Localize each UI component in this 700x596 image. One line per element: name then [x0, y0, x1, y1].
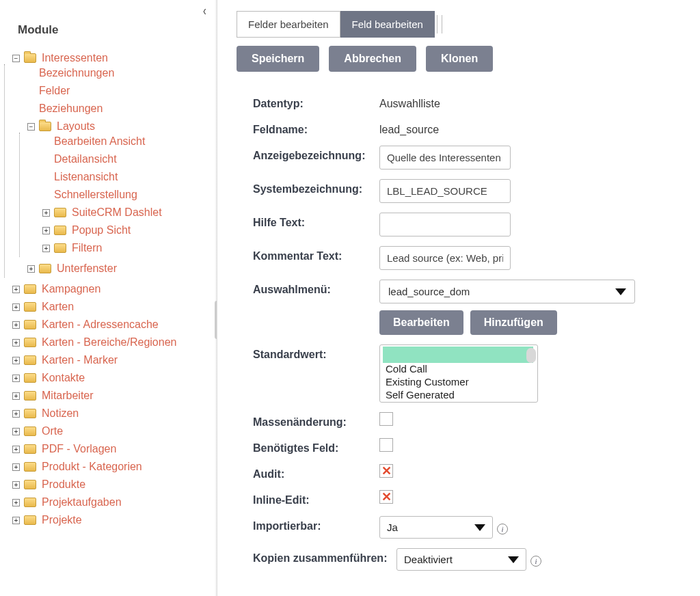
expand-icon[interactable]: + [12, 286, 20, 293]
input-kommentar-text[interactable] [379, 246, 511, 270]
checkbox-massenaenderung[interactable] [379, 412, 393, 426]
label-inline-edit: Inline-Edit: [253, 490, 379, 506]
folder-icon [24, 320, 36, 329]
folder-icon [24, 426, 36, 436]
expand-icon[interactable]: + [12, 375, 20, 382]
save-button[interactable]: Speichern [237, 46, 319, 72]
label-audit: Audit: [253, 464, 379, 480]
chevron-down-icon [508, 556, 519, 563]
label-feldname: Feldname: [253, 120, 379, 136]
select-importierbar[interactable]: Ja [379, 516, 493, 539]
tree-item-orte[interactable]: +Orte [12, 425, 210, 437]
label-kopien: Kopien zusammenführen: [253, 548, 396, 565]
tree-item-projekte[interactable]: +Projekte [12, 514, 210, 526]
collapse-icon[interactable]: − [27, 123, 35, 131]
tree-item-beziehungen[interactable]: Beziehungen [27, 103, 210, 115]
cancel-button[interactable]: Abbrechen [329, 46, 416, 72]
edit-dropdown-button[interactable]: Bearbeiten [379, 310, 463, 335]
folder-open-icon [24, 53, 36, 63]
folder-icon [24, 373, 36, 383]
tab-feld-bearbeiten[interactable]: Feld bearbeiten [340, 11, 435, 38]
tree-item-bezeichnungen[interactable]: Bezeichnungen [27, 67, 210, 79]
expand-icon[interactable]: + [27, 265, 35, 273]
info-icon[interactable]: i [497, 524, 508, 534]
input-systembezeichnung[interactable] [379, 179, 511, 203]
tree-item-pdf-vorlagen[interactable]: +PDF - Vorlagen [12, 443, 210, 455]
chevron-down-icon [474, 524, 485, 531]
clone-button[interactable]: Klonen [426, 46, 493, 72]
checkbox-benoetigtes-feld[interactable] [379, 438, 393, 452]
tree-item-detailansicht[interactable]: Detailansicht [42, 153, 210, 165]
label-hilfe-text: Hilfe Text: [253, 213, 379, 229]
input-anzeigebezeichnung[interactable] [379, 146, 511, 170]
tree-item-kampagnen[interactable]: +Kampagnen [12, 283, 210, 295]
checkbox-inline-edit-disabled[interactable]: ✕ [379, 490, 393, 504]
list-option[interactable]: Self Generated [380, 389, 537, 402]
tree-item-suitecrm-dashlet[interactable]: +SuiteCRM Dashlet [42, 206, 210, 219]
folder-icon [39, 264, 51, 273]
expand-icon[interactable]: + [12, 303, 20, 311]
tree-item-filtern[interactable]: +Filtern [42, 242, 210, 254]
list-selected-blank[interactable] [383, 347, 533, 363]
expand-icon[interactable]: + [12, 410, 20, 418]
tree-item-schnellerstellung[interactable]: Schnellerstellung [42, 189, 210, 201]
add-dropdown-button[interactable]: Hinzufügen [470, 310, 557, 335]
tree-item-listenansicht[interactable]: Listenansicht [42, 171, 210, 183]
select-kopien-value: Deaktiviert [404, 554, 453, 565]
resize-handle[interactable] [215, 301, 217, 339]
tree-item-mitarbeiter[interactable]: +Mitarbeiter [12, 390, 210, 402]
expand-icon[interactable]: + [42, 209, 50, 217]
expand-icon[interactable]: + [12, 463, 20, 471]
expand-icon[interactable]: + [12, 428, 20, 435]
expand-icon[interactable]: + [12, 481, 20, 489]
expand-icon[interactable]: + [12, 517, 20, 524]
scrollbar-thumb[interactable] [526, 348, 536, 363]
tree-item-produkt-kategorien[interactable]: +Produkt - Kategorien [12, 461, 210, 473]
label-importierbar: Importierbar: [253, 516, 379, 532]
expand-icon[interactable]: + [12, 357, 20, 364]
sidebar: ‹ Module − Interessenten Bezeichnungen F… [0, 0, 217, 596]
tab-felder-bearbeiten[interactable]: Felder bearbeiten [237, 11, 340, 38]
info-icon[interactable]: i [530, 556, 541, 567]
sidebar-collapse-icon[interactable]: ‹ [203, 3, 206, 18]
tree-item-karten[interactable]: +Karten [12, 301, 210, 313]
divider-shadow [215, 0, 217, 596]
select-kopien[interactable]: Deaktiviert [396, 548, 526, 571]
input-hilfe-text[interactable] [379, 213, 511, 236]
expand-icon[interactable]: + [12, 499, 20, 506]
label-datentyp: Datentyp: [253, 94, 379, 110]
folder-icon [24, 391, 36, 401]
list-standardwert[interactable]: Cold Call Existing Customer Self Generat… [379, 344, 538, 403]
list-option[interactable]: Cold Call [380, 363, 537, 376]
tree-item-produkte[interactable]: +Produkte [12, 478, 210, 491]
tree-item-kontakte[interactable]: +Kontakte [12, 372, 210, 384]
folder-icon [24, 498, 36, 507]
value-datentyp: Auswahlliste [379, 94, 688, 110]
tree-item-notizen[interactable]: +Notizen [12, 407, 210, 420]
tree-item-popup-sicht[interactable]: +Popup Sicht [42, 224, 210, 236]
tree-item-layouts[interactable]: − Layouts [27, 120, 210, 133]
folder-icon [24, 462, 36, 472]
tab-separator [437, 15, 438, 33]
tree-item-karten-bereiche[interactable]: +Karten - Bereiche/Regionen [12, 336, 210, 349]
expand-icon[interactable]: + [12, 339, 20, 347]
tree-item-projektaufgaben[interactable]: +Projektaufgaben [12, 496, 210, 509]
expand-icon[interactable]: + [12, 321, 20, 329]
checkbox-audit-disabled[interactable]: ✕ [379, 464, 393, 478]
tree-item-interessenten[interactable]: − Interessenten [12, 52, 210, 64]
expand-icon[interactable]: + [42, 245, 50, 252]
tree-item-karten-marker[interactable]: +Karten - Marker [12, 354, 210, 366]
label-systembezeichnung: Systembezeichnung: [253, 179, 379, 195]
select-auswahlmenu[interactable]: lead_source_dom [379, 280, 635, 303]
collapse-icon[interactable]: − [12, 55, 20, 62]
tree-item-unterfenster[interactable]: +Unterfenster [27, 262, 210, 275]
expand-icon[interactable]: + [12, 392, 20, 400]
list-option[interactable]: Existing Customer [380, 376, 537, 389]
tree-item-karten-adressencache[interactable]: +Karten - Adressencache [12, 319, 210, 331]
tree-item-bearbeiten-ansicht[interactable]: Bearbeiten Ansicht [42, 135, 210, 148]
tree-item-felder[interactable]: Felder [27, 85, 210, 97]
expand-icon[interactable]: + [42, 227, 50, 234]
expand-icon[interactable]: + [12, 446, 20, 453]
chevron-down-icon [615, 288, 626, 295]
folder-icon [24, 409, 36, 418]
